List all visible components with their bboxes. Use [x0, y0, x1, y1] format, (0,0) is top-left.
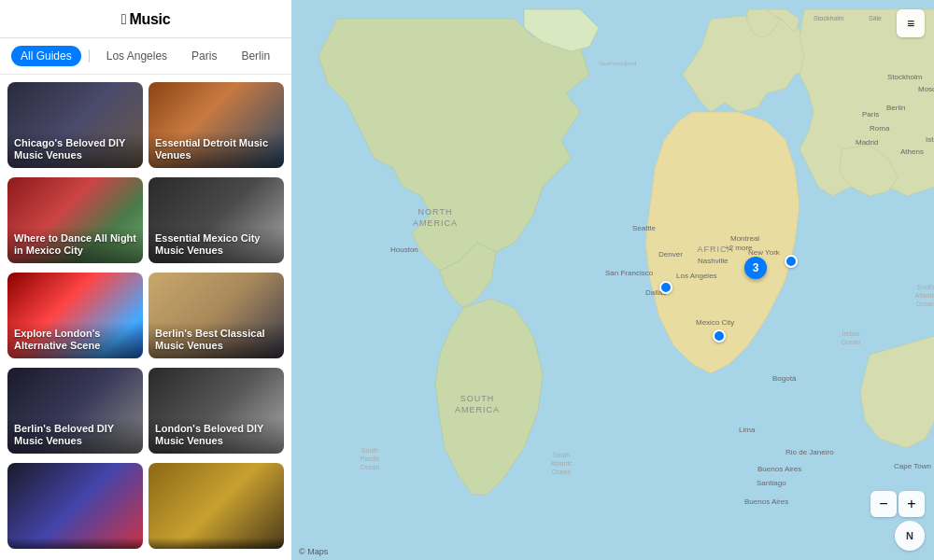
svg-text:South: South	[553, 452, 570, 458]
filter-divider-1	[89, 49, 90, 63]
svg-text:Bogotá: Bogotá	[772, 374, 797, 383]
map-list-view-button[interactable]: ≡	[897, 9, 925, 37]
zoom-controls: − +	[870, 491, 925, 517]
svg-text:NORTH: NORTH	[418, 207, 453, 217]
svg-text:Nashville: Nashville	[698, 257, 729, 265]
guide-card-mexico-venues[interactable]: Essential Mexico City Music Venues	[149, 177, 284, 263]
pin-single-mexicocity	[713, 329, 726, 343]
svg-text:Atlantic: Atlantic	[915, 292, 934, 299]
svg-text:Rio de Janeiro: Rio de Janeiro	[785, 448, 834, 456]
svg-text:Istanbul: Istanbul	[926, 135, 934, 144]
svg-text:Säle: Säle	[869, 15, 882, 21]
guide-card-berlin-classical[interactable]: Berlin's Best Classical Music Venues	[149, 273, 284, 358]
svg-text:NewFoundland: NewFoundland	[599, 61, 636, 66]
svg-text:Athens: Athens	[900, 147, 924, 156]
svg-text:Los Angeles: Los Angeles	[676, 272, 717, 280]
svg-text:Pacific: Pacific	[361, 455, 380, 462]
guide-card-london-diy[interactable]: London's Beloved DIY Music Venues	[149, 368, 284, 454]
svg-text:Denver: Denver	[658, 250, 683, 259]
guide-label-detroit: Essential Detroit Music Venues	[149, 132, 284, 169]
guide-card-bottom-left[interactable]	[7, 463, 143, 549]
guide-label-london-alt: Explore London's Alternative Scene	[7, 322, 143, 359]
map-pin-losangeles[interactable]	[659, 281, 672, 294]
filter-all-guides[interactable]: All Guides	[11, 46, 81, 66]
svg-text:Indian: Indian	[842, 330, 859, 337]
zoom-in-button[interactable]: +	[899, 491, 925, 517]
guide-label-berlin-diy: Berlin's Beloved DIY Music Venues	[7, 417, 143, 455]
list-icon: ≡	[907, 16, 914, 31]
pin-cluster-nashville: 3	[744, 257, 767, 279]
svg-text:Ocean: Ocean	[361, 464, 380, 470]
guide-label-mexico-dance: Where to Dance All Night in Mexico City	[7, 227, 143, 264]
guide-label-berlin-classical: Berlin's Best Classical Music Venues	[149, 322, 284, 359]
svg-text:Stockholm: Stockholm	[887, 73, 923, 81]
guides-grid: Chicago's Beloved DIY Music Venues Essen…	[0, 75, 291, 560]
guide-label-mexico-venues: Essential Mexico City Music Venues	[149, 227, 284, 264]
svg-text:SOUTH: SOUTH	[460, 394, 495, 403]
guide-label-london-diy: London's Beloved DIY Music Venues	[149, 417, 284, 455]
guide-card-chicago[interactable]: Chicago's Beloved DIY Music Venues	[7, 82, 143, 168]
filter-bar: All Guides Los Angeles Paris Berlin	[0, 38, 291, 75]
svg-text:Ocean: Ocean	[552, 469, 572, 475]
svg-text:Madrid: Madrid	[856, 138, 878, 147]
svg-text:AMERICA: AMERICA	[413, 218, 458, 228]
zoom-out-button[interactable]: −	[870, 491, 897, 517]
svg-text:Roma: Roma	[870, 124, 890, 133]
svg-text:Buenos Aires: Buenos Aires	[757, 465, 801, 473]
svg-text:San Francisco: San Francisco	[605, 269, 654, 277]
guide-label-bottom-left	[7, 538, 143, 549]
guide-card-mexico-dance[interactable]: Where to Dance All Night in Mexico City	[7, 177, 143, 263]
svg-text:Moscow: Moscow	[918, 85, 934, 93]
map-controls-top: ≡	[897, 9, 925, 37]
svg-text:Lima: Lima	[739, 426, 756, 434]
app-title: Music	[130, 11, 171, 28]
svg-text:Stockholm: Stockholm	[814, 15, 844, 21]
left-panel:  Music All Guides Los Angeles Paris Ber…	[0, 0, 291, 560]
svg-text:Ocean: Ocean	[916, 301, 934, 307]
svg-text:Ocean: Ocean	[842, 339, 861, 345]
map-attribution: © Maps	[299, 547, 328, 556]
filter-berlin[interactable]: Berlin	[232, 46, 279, 66]
svg-text:Cape Town: Cape Town	[894, 462, 931, 470]
pin-single-losangeles	[659, 281, 672, 294]
guide-card-bottom-right[interactable]	[149, 463, 284, 549]
filter-paris[interactable]: Paris	[182, 46, 226, 66]
pin-count-nashville: 3	[753, 261, 759, 274]
svg-text:South: South	[917, 284, 934, 290]
svg-text:Houston: Houston	[390, 245, 418, 254]
map-pin-mexicocity[interactable]	[713, 329, 726, 343]
svg-text:Buenos Aires: Buenos Aires	[744, 497, 788, 506]
compass-button[interactable]: N	[895, 521, 925, 551]
world-map: NORTH AMERICA SOUTH AMERICA AFRICA South…	[291, 0, 934, 560]
apple-logo-icon: 	[121, 11, 127, 28]
svg-text:New York: New York	[748, 248, 781, 257]
guide-label-bottom-right	[149, 538, 284, 549]
guide-card-berlin-diy[interactable]: Berlin's Beloved DIY Music Venues	[7, 368, 143, 454]
svg-text:Seattle: Seattle	[632, 224, 656, 232]
svg-text:Berlin: Berlin	[886, 104, 905, 112]
filter-los-angeles[interactable]: Los Angeles	[97, 46, 177, 66]
guide-label-chicago: Chicago's Beloved DIY Music Venues	[7, 132, 143, 169]
pin-single-newyork	[785, 255, 798, 268]
svg-text:Paris: Paris	[862, 110, 879, 119]
map-pin-newyork[interactable]	[785, 255, 798, 268]
guide-card-detroit[interactable]: Essential Detroit Music Venues	[149, 82, 284, 168]
svg-text:Atlantic: Atlantic	[551, 460, 573, 467]
guide-card-london-alt[interactable]: Explore London's Alternative Scene	[7, 273, 143, 358]
map-panel: NORTH AMERICA SOUTH AMERICA AFRICA South…	[291, 0, 934, 560]
map-attribution-text: © Maps	[299, 547, 328, 556]
svg-text:Santiago: Santiago	[757, 479, 786, 487]
svg-text:Mexico City: Mexico City	[696, 318, 734, 327]
svg-text:South: South	[361, 447, 378, 454]
app-header:  Music	[0, 0, 291, 38]
svg-text:Montreal: Montreal	[730, 234, 759, 243]
map-controls-bottom: − + N	[870, 491, 925, 551]
svg-text:AMERICA: AMERICA	[455, 405, 500, 414]
map-pin-nashville[interactable]: 3	[744, 257, 767, 279]
